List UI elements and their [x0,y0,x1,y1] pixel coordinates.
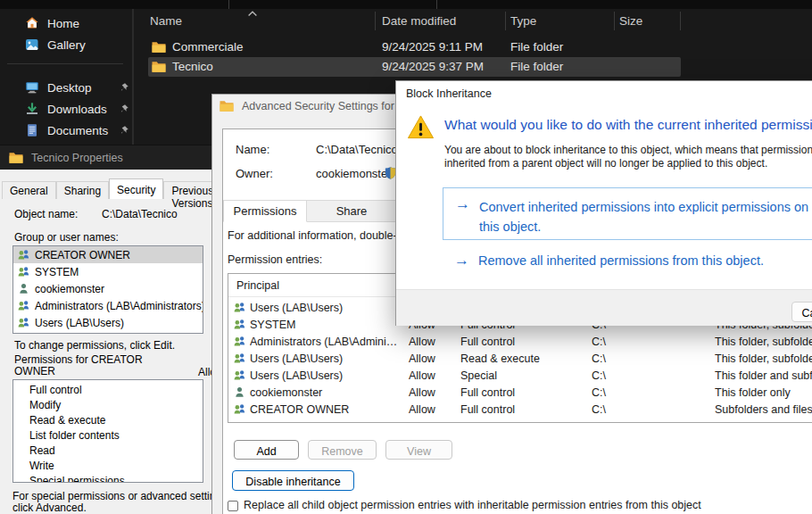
column-header-date[interactable]: Date modified [382,14,456,30]
view-button[interactable]: View [385,440,452,460]
principal-name: Users (LAB\Users) [35,317,124,329]
column-header-size[interactable]: Size [619,14,642,30]
folder-icon [152,41,166,54]
toolbar-separator [436,0,437,9]
permission-entry-row[interactable]: CREATOR OWNERAllowFull controlC:\Subfold… [228,402,812,419]
permission-entry-row[interactable]: Users (LAB\Users)AllowRead & executeC:\T… [228,351,812,368]
permission-item[interactable]: Write [13,460,203,475]
convert-permissions-label: Convert inherited permissions into expli… [479,197,808,236]
explorer-sidebar: HomeGalleryDesktopDownloadsDocuments [0,9,132,152]
principal-name: cookiemonster [35,283,104,295]
permissions-for-label-2: OWNER [14,365,55,377]
principal-item[interactable]: cookiemonster [13,280,203,297]
entry-principal: CREATOR OWNER [250,403,402,416]
permission-item[interactable]: Read [13,444,203,460]
add-button[interactable]: Add [234,440,299,460]
remove-button[interactable]: Remove [308,440,377,460]
permission-entry-row[interactable]: cookiemonsterAllowFull controlC:\This fo… [228,385,812,402]
replace-permissions-checkbox[interactable] [228,501,238,511]
convert-permissions-option[interactable]: → Convert inherited permissions into exp… [443,187,812,240]
permission-item[interactable]: Modify [13,399,203,414]
permission-item[interactable]: Full control [13,384,203,399]
downloads-icon [25,102,39,116]
screen: HomeGalleryDesktopDownloadsDocuments Nam… [0,0,812,514]
file-name: Commerciale [172,40,244,54]
file-row-commerciale[interactable]: Commerciale9/24/2025 9:11 PMFile folder [135,37,812,57]
principal-item[interactable]: CREATOR OWNER [13,246,203,263]
arrow-right-icon: → [455,195,470,213]
permissions-list[interactable]: Full controlModifyRead & executeList fol… [12,379,203,483]
file-name: Tecnico [172,60,213,73]
block-inheritance-title: Block Inheritance [406,87,492,100]
column-divider[interactable] [680,12,681,30]
permission-entry-row[interactable]: Users (LAB\Users)AllowSpecialC:\This fol… [228,368,812,385]
name-label: Name: [236,143,269,156]
tab-share[interactable]: Share [307,200,397,222]
entry-type: Full control [460,403,515,416]
entry-principal: Users (LAB\Users) [250,352,402,365]
tab-sharing[interactable]: Sharing [56,181,109,199]
block-inheritance-dialog: Block Inheritance What would you like to… [395,80,812,326]
principal-item[interactable]: SYSTEM [13,263,203,280]
sidebar-item-gallery[interactable]: Gallery [0,34,132,55]
sidebar-item-documents[interactable]: Documents [0,120,132,141]
permission-item[interactable]: List folder contents [13,429,203,444]
entry-inherited-from: C:\ [592,336,606,348]
sidebar-item-home[interactable]: Home [0,12,132,34]
entry-principal: Administrators (LAB\Administrators) [250,336,402,348]
entry-principal: SYSTEM [250,319,402,331]
column-divider[interactable] [614,12,615,30]
cancel-button[interactable]: Cancel [791,302,812,322]
group-icon [233,352,246,365]
entry-applies-to: Subfolders and files only [715,403,812,416]
entry-applies-to: This folder and subfolders [715,369,812,382]
properties-title: Tecnico Properties [31,152,123,164]
advanced-hint: For special permissions or advanced sett… [12,490,211,502]
tab-general[interactable]: General [2,181,56,199]
column-divider[interactable] [375,12,376,30]
entry-access: Allow [409,386,435,399]
principal-item[interactable]: Users (LAB\Users) [13,314,203,331]
header-principal[interactable]: Principal [236,279,279,292]
permission-item[interactable]: Read & execute [13,414,203,429]
file-date-modified: 9/24/2025 9:37 PM [382,60,484,73]
principal-item[interactable]: Administrators (LAB\Administrators) [13,297,203,314]
pin-icon [119,82,129,93]
column-header-name[interactable]: Name [150,14,182,30]
entry-access: Allow [409,403,435,416]
user-icon [17,282,30,295]
permission-item[interactable]: Special permissions [13,475,203,483]
tab-previous-versions[interactable]: Previous Versions [163,181,211,199]
entry-applies-to: This folder, subfolders and files [715,336,812,348]
remove-permissions-option[interactable]: → Remove all inherited permissions from … [443,247,812,274]
group-icon [233,369,246,382]
column-divider[interactable] [505,12,506,30]
tab-permissions[interactable]: Permissions [223,200,307,222]
principal-name: Administrators (LAB\Administrators) [35,300,203,312]
entry-type: Special [460,369,497,382]
permission-entry-row[interactable]: Administrators (LAB\Administrators)Allow… [228,334,812,351]
sidebar-item-desktop[interactable]: Desktop [0,77,132,98]
folder-icon [9,152,23,164]
advanced-tabs: Permissions Share [223,200,397,222]
object-name-label: Object name: [14,208,78,220]
file-row-tecnico[interactable]: Tecnico9/24/2025 9:37 PMFile folder [135,57,812,77]
sidebar-item-downloads[interactable]: Downloads [0,98,132,120]
group-user-names-list[interactable]: CREATOR OWNERSYSTEMcookiemonsterAdminist… [12,245,203,334]
properties-title-bar[interactable]: Tecnico Properties [0,145,211,170]
group-icon [233,402,246,416]
file-type: File folder [510,40,563,54]
properties-tabs: General Sharing Security Previous Versio… [2,179,211,199]
home-icon [25,16,39,30]
tab-security[interactable]: Security [109,178,163,199]
documents-icon [25,123,39,137]
column-header-type[interactable]: Type [510,14,536,30]
object-name-value: C:\Data\Tecnico [102,208,178,220]
owner-label: Owner: [236,167,273,180]
disable-inheritance-button[interactable]: Disable inheritance [232,470,354,491]
replace-permissions-label: Replace all child object permission entr… [244,499,701,511]
permission-entries-label: Permission entries: [228,253,322,266]
group-icon [17,248,30,261]
entry-applies-to: This folder, subfolders and files [715,352,812,365]
name-value: C:\Data\Tecnico [316,143,398,156]
